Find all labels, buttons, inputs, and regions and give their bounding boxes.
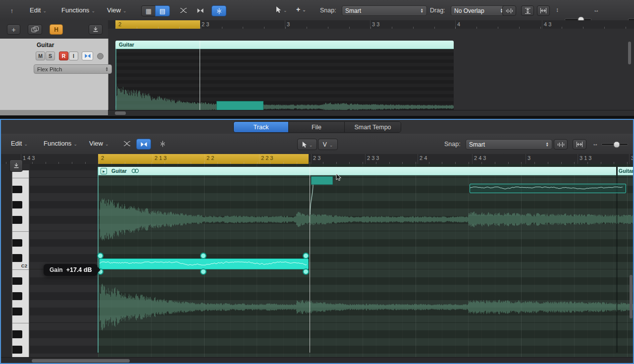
piano-key-white-B2[interactable] <box>12 178 29 185</box>
flex-note-short[interactable] <box>311 176 333 185</box>
horizontal-scrollbar-track[interactable] <box>0 357 634 364</box>
list-view-button[interactable]: ▤ <box>155 5 170 16</box>
crossfade-tool-icon[interactable] <box>177 5 190 15</box>
chevron-down-icon: ⌄ <box>43 8 47 13</box>
menu-edit[interactable]: Edit⌄ <box>11 140 28 147</box>
note-handle-top-left[interactable] <box>97 253 104 259</box>
piano-key-white-C1[interactable] <box>12 354 29 357</box>
split-tool-icon[interactable] <box>156 139 169 149</box>
record-enable-button[interactable]: R <box>59 52 68 60</box>
catch-playhead-button[interactable] <box>89 24 103 35</box>
piano-key-white-F1[interactable] <box>12 315 29 323</box>
horizontal-scrollbar-track[interactable] <box>108 110 634 116</box>
pointer-tool-menu[interactable]: ⌄ <box>275 6 287 13</box>
track-color-dot[interactable] <box>97 53 104 59</box>
piano-keyboard[interactable]: C2 <box>12 170 29 357</box>
flex-mode-select[interactable]: Flex Pitch ▲▼ <box>34 64 112 74</box>
piano-key-black-A#2[interactable] <box>12 186 22 193</box>
piano-key-black-C#2[interactable] <box>12 254 22 261</box>
waveform-zoom-button[interactable] <box>554 139 568 150</box>
piano-key-white-A2[interactable] <box>12 193 29 201</box>
secondary-tool-select[interactable]: V ⌄ <box>318 139 338 150</box>
piano-key-white-F2[interactable] <box>12 224 29 232</box>
piano-key-black-F#2[interactable] <box>12 216 22 223</box>
tab-smart-tempo[interactable]: Smart Tempo <box>345 122 401 132</box>
solo-button[interactable]: S <box>46 52 55 60</box>
piano-key-black-D#1[interactable] <box>12 330 22 338</box>
horizontal-zoom-slider[interactable] <box>601 143 628 146</box>
waveform-zoom-button[interactable] <box>502 5 516 16</box>
piano-key-white-E2[interactable] <box>12 231 29 239</box>
menu-view[interactable]: View⌄ <box>107 6 127 14</box>
hide-tracks-button[interactable]: H <box>50 24 63 35</box>
split-tool-button[interactable] <box>211 5 226 16</box>
piano-key-black-A#1[interactable] <box>12 277 22 285</box>
horizontal-scrollbar[interactable] <box>115 111 126 115</box>
fit-horizontal-button[interactable] <box>573 139 586 150</box>
editor-ruler[interactable]: 1 4 322 1 32 22 2 32 32 3 32 42 4 333 1 … <box>0 154 634 164</box>
secondary-tool-menu[interactable]: + ⌄ <box>296 5 306 13</box>
crossfade-tool-icon[interactable] <box>120 139 133 149</box>
fit-vertical-button[interactable] <box>521 5 534 16</box>
tab-track[interactable]: Track <box>234 122 289 132</box>
menu-edit[interactable]: Edit⌄ <box>30 6 47 14</box>
flex-note[interactable] <box>216 101 264 110</box>
piano-key-white-D1[interactable] <box>12 338 29 346</box>
piano-key-black-D#2[interactable] <box>12 239 22 247</box>
piano-key-white-E1[interactable] <box>12 323 29 330</box>
snap-select[interactable]: Smart ▲▼ <box>342 5 427 16</box>
menu-functions[interactable]: Functions⌄ <box>44 140 77 147</box>
piano-key-black-F#1[interactable] <box>12 308 22 315</box>
cycle-region[interactable] <box>98 154 309 164</box>
mute-button[interactable]: M <box>36 52 45 60</box>
back-arrow-button[interactable]: ↑ <box>7 5 17 15</box>
add-track-button[interactable]: + <box>7 24 20 35</box>
flex-enable-button[interactable] <box>82 52 93 60</box>
piano-key-white-A1[interactable] <box>12 285 29 292</box>
piano-key-white-G2[interactable] <box>12 208 29 216</box>
piano-key-white-D2[interactable] <box>12 247 29 254</box>
flex-note-selected[interactable] <box>99 259 309 269</box>
horizontal-scrollbar[interactable] <box>32 359 130 363</box>
chevron-down-icon: ⌄ <box>302 7 306 12</box>
playhead[interactable] <box>200 41 200 110</box>
pointer-tool-select[interactable]: ⌄ <box>297 139 317 150</box>
menu-functions[interactable]: Functions⌄ <box>61 6 95 14</box>
region-header-2[interactable]: Guitar <box>618 167 634 175</box>
piano-key-black-C#1[interactable] <box>12 346 22 353</box>
fit-horizontal-button[interactable] <box>537 5 550 16</box>
vertical-scrollbar[interactable] <box>628 42 631 64</box>
piano-key-white-C2[interactable]: C2 <box>12 262 29 270</box>
audio-region[interactable]: Guitar <box>115 41 454 110</box>
flex-note-right[interactable] <box>470 184 626 193</box>
playhead[interactable] <box>310 167 310 353</box>
note-handle-top-mid[interactable] <box>200 253 207 259</box>
track-name[interactable]: Guitar <box>37 42 54 49</box>
region-play-button[interactable]: ▶ <box>101 168 107 174</box>
note-handle-bottom-mid[interactable] <box>200 268 207 275</box>
grid-view-button[interactable]: ▦ <box>141 5 156 16</box>
tracks-ruler[interactable]: 22 333 344 3 <box>108 20 634 29</box>
piano-key-white-G1[interactable] <box>12 300 29 308</box>
editor-main-area: C2 ▶ Guitar Guitar <box>0 164 634 357</box>
note-handle-top-right[interactable] <box>303 253 309 259</box>
catch-playhead-button[interactable] <box>9 159 23 172</box>
snap-select[interactable]: Smart ▲▼ <box>466 139 552 150</box>
piano-key-black-G#1[interactable] <box>12 292 22 300</box>
ruler-bar-line <box>526 154 526 164</box>
slider-knob[interactable] <box>614 141 620 148</box>
menu-view[interactable]: View⌄ <box>89 140 109 147</box>
note-handle-bottom-right[interactable] <box>303 268 309 275</box>
piano-key-black-G#2[interactable] <box>12 201 22 208</box>
flex-tool-icon[interactable] <box>194 5 207 15</box>
region-header[interactable]: Guitar <box>115 41 454 49</box>
drag-select[interactable]: No Overlap ▲▼ <box>451 5 507 16</box>
piano-key-white-B1[interactable] <box>12 269 29 277</box>
region-header[interactable]: ▶ Guitar <box>98 167 616 175</box>
tab-file[interactable]: File <box>289 122 345 132</box>
flex-tool-button[interactable] <box>136 139 151 150</box>
ruler-label: 1 4 3 <box>23 155 35 161</box>
vertical-scrollbar[interactable] <box>630 275 633 318</box>
duplicate-track-button[interactable] <box>28 24 42 35</box>
input-monitor-button[interactable]: I <box>69 52 78 60</box>
